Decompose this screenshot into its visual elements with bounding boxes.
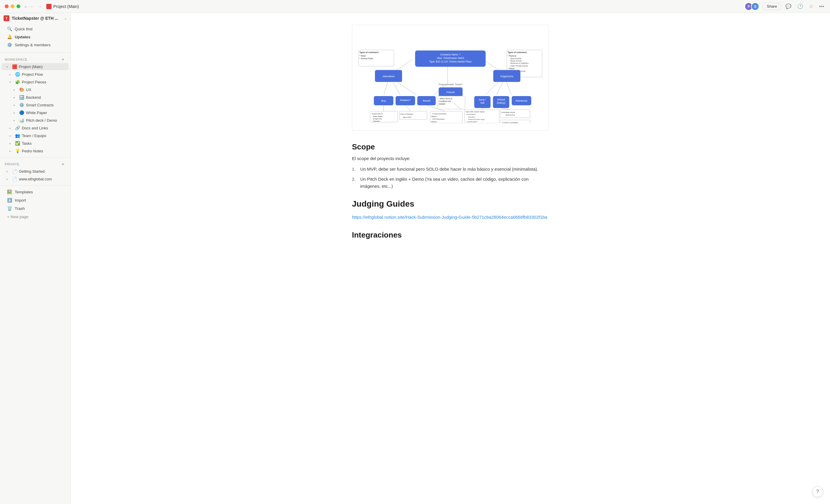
help-button[interactable]: ? xyxy=(812,486,823,497)
back-button[interactable]: ← xyxy=(29,3,36,9)
history-icon[interactable]: 🕐 xyxy=(796,2,804,10)
chevron-forward-icon[interactable]: » xyxy=(23,3,28,9)
ethglobal-icon: 📄 xyxy=(12,177,17,181)
sidebar-item-trash[interactable]: 🗑️ Trash xyxy=(2,204,69,212)
divider-1 xyxy=(0,53,70,53)
svg-rect-71 xyxy=(500,109,530,118)
page-icon xyxy=(46,4,52,9)
traffic-lights xyxy=(5,4,20,8)
svg-text:* Physical:: * Physical: xyxy=(508,55,516,57)
close-button[interactable] xyxy=(5,4,8,8)
sidebar-item-team[interactable]: ▸ 👥 Team / Equipo xyxy=(2,132,69,139)
sidebar-item-tasks[interactable]: ▸ ✅ Tasks xyxy=(2,140,69,147)
sidebar-item-smart-contracts[interactable]: ▸ ⚙️ Smart Contracts xyxy=(2,101,69,108)
svg-text:Alias: Ticketmaster Web3: Alias: Ticketmaster Web3 xyxy=(437,57,464,60)
white-paper-label: White Paper xyxy=(26,111,64,115)
sidebar-item-getting-started[interactable]: ▸ 📄 Getting Started xyxy=(2,168,69,175)
sidebar-item-ux[interactable]: ▸ 🎨 UX xyxy=(2,86,69,93)
svg-text:(Rebuy): (Rebuy) xyxy=(497,102,506,104)
svg-text:- Export info to:: - Export info to: xyxy=(371,113,383,115)
tasks-icon: ✅ xyxy=(15,141,20,146)
sidebar-item-settings[interactable]: ⚙️ Settings & members xyxy=(2,41,69,49)
svg-text:- Burns NFT: - Burns NFT xyxy=(402,117,412,118)
main-content: Types of customers: * Retail * General P… xyxy=(71,13,830,504)
team-icon: 👥 xyxy=(15,133,20,138)
svg-text:Sell: Sell xyxy=(480,102,484,104)
project-main-label: Project (Main) xyxy=(19,65,64,69)
svg-line-79 xyxy=(501,108,510,109)
titlebar-left: » ← → Project (Main) xyxy=(5,3,79,9)
sidebar-item-backend[interactable]: ▸ 🔙 Backend xyxy=(2,94,69,101)
svg-text:Apple Wallet: Apple Wallet xyxy=(373,116,383,117)
backend-icon: 🔙 xyxy=(19,95,24,100)
sidebar-item-ethglobal[interactable]: ▸ 📄 www.ethglobal.com xyxy=(2,176,69,183)
backend-label: Backend xyxy=(26,95,64,100)
sidebar-item-pedro-notes[interactable]: ▸ 💡 Pedro Notes xyxy=(2,147,69,154)
chevron-right-gs: ▸ xyxy=(6,170,10,173)
forward-button[interactable]: → xyxy=(37,3,43,9)
svg-text:- Other Private Events: - Other Private Events xyxy=(509,65,528,67)
svg-text:Buy: Buy xyxy=(381,99,386,102)
svg-text:Issue /: Issue / xyxy=(479,98,486,101)
getting-started-label: Getting Started xyxy=(19,169,64,174)
svg-text:- Music Events: - Music Events xyxy=(509,60,522,62)
sidebar-item-project-flow[interactable]: ▸ 🌐 Project Flow xyxy=(2,71,69,78)
svg-text:Resell: Resell xyxy=(423,99,430,102)
svg-line-3 xyxy=(393,83,400,95)
workspace-name: TicketNapster @ ETH ... xyxy=(12,16,58,21)
svg-text:Types of customers:: Types of customers: xyxy=(360,51,379,54)
svg-text:Freeze: Freeze xyxy=(447,91,455,94)
private-section-header: PRIVATE + xyxy=(0,160,70,167)
updates-icon: 🔔 xyxy=(6,34,12,39)
comment-icon[interactable]: 💬 xyxy=(784,2,793,10)
flow-diagram: Types of customers: * Retail * General P… xyxy=(358,31,543,123)
list-item: 2. Un Pitch Deck en inglés + Demo (Ya se… xyxy=(352,176,549,190)
minimize-button[interactable] xyxy=(11,4,14,8)
svg-line-9 xyxy=(506,81,511,95)
project-pieces-label: Project Pieces xyxy=(22,80,64,84)
svg-text:- Refund Fee: - Refund Fee xyxy=(505,114,515,116)
svg-text:Redeem?: Redeem? xyxy=(400,99,411,102)
maximize-button[interactable] xyxy=(17,4,20,8)
page-title: Project (Main) xyxy=(53,4,79,9)
more-icon[interactable]: ••• xyxy=(818,3,825,10)
sidebar-item-white-paper[interactable]: ▸ 🔵 White Paper xyxy=(2,109,69,116)
import-label: Import xyxy=(15,198,64,202)
smart-contracts-label: Smart Contracts xyxy=(26,103,64,107)
svg-text:Transferable?: Transferable? xyxy=(467,121,478,123)
sidebar-item-pitch-deck[interactable]: ▸ 📊 Pitch deck / Demo xyxy=(2,117,69,124)
sidebar-item-project-pieces[interactable]: ▾ 🧩 Project Pieces xyxy=(2,78,69,86)
svg-line-0 xyxy=(396,60,412,70)
sidebar-item-quick-find[interactable]: 🔍 Quick find xyxy=(2,25,69,33)
svg-line-4 xyxy=(397,83,416,95)
sidebar-item-docs-links[interactable]: ▸ 🔗 Docs and Links xyxy=(2,124,69,131)
sidebar-item-updates[interactable]: 🔔 Updates xyxy=(2,33,69,41)
sidebar-item-templates[interactable]: 🖼️ Templates xyxy=(2,188,69,196)
list-item: 1. Un MVP, debe ser funcional pero SOLO … xyxy=(352,166,549,173)
star-icon[interactable]: ☆ xyxy=(808,2,815,10)
list-number-2: 2. xyxy=(352,176,358,190)
ethglobal-label: www.ethglobal.com xyxy=(19,177,64,181)
add-workspace-page-button[interactable]: + xyxy=(60,57,66,62)
workspace-header[interactable]: T TicketNapster @ ETH ... ⌄ xyxy=(0,13,70,24)
new-page-button[interactable]: + New page xyxy=(2,213,69,221)
sidebar-item-project-main[interactable]: ▾ 🟥 Project (Main) xyxy=(2,63,69,70)
share-button[interactable]: Share xyxy=(763,3,781,10)
add-private-page-button[interactable]: + xyxy=(60,161,66,167)
svg-text:Market: Market xyxy=(432,121,437,123)
judging-link[interactable]: https://ethglobal.notion.site/Hack-Submi… xyxy=(352,213,549,221)
team-label: Team / Equipo xyxy=(22,133,64,138)
avatar-s[interactable]: S xyxy=(751,2,759,10)
sidebar: T TicketNapster @ ETH ... ⌄ 🔍 Quick find… xyxy=(0,13,71,504)
chevron-right-icon-pn: ▸ xyxy=(9,150,13,153)
quick-find-label: Quick find xyxy=(15,27,64,31)
trash-label: Trash xyxy=(15,206,64,211)
scope-heading: Scope xyxy=(352,143,549,152)
chevron-down-icon: ▾ xyxy=(6,65,10,68)
svg-text:Type: B2C & C2C Tickets Market: Type: B2C & C2C Tickets Market Place xyxy=(429,60,472,63)
svg-text:Conditions are: Conditions are xyxy=(439,100,451,102)
pedro-notes-label: Pedro Notes xyxy=(22,149,64,153)
sidebar-item-import[interactable]: ⬇️ Import xyxy=(2,196,69,204)
white-paper-icon: 🔵 xyxy=(19,110,24,115)
svg-text:Types of customers:: Types of customers: xyxy=(508,51,527,54)
